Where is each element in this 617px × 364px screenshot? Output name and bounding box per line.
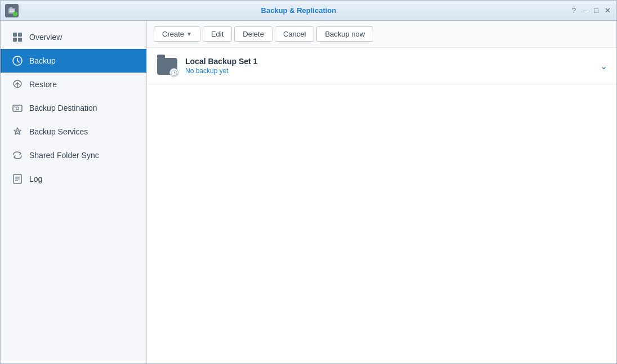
sidebar-item-backup[interactable]: Backup xyxy=(1,49,146,73)
svg-rect-6 xyxy=(13,38,17,42)
window-title: Backup & Replication xyxy=(25,6,572,15)
app-icon xyxy=(5,4,19,17)
svg-rect-12 xyxy=(14,106,16,107)
backup-item-status: No backup yet xyxy=(185,67,600,75)
sidebar-label-log: Log xyxy=(29,174,42,183)
help-icon[interactable]: ? xyxy=(572,6,576,15)
app-window: Backup & Replication ? – □ ✕ Overview xyxy=(0,0,617,364)
svg-point-13 xyxy=(16,130,19,132)
create-dropdown-arrow: ▼ xyxy=(186,31,192,37)
sidebar-label-overview: Overview xyxy=(29,33,62,42)
svg-rect-7 xyxy=(18,38,22,42)
delete-button[interactable]: Delete xyxy=(234,26,272,42)
overview-icon xyxy=(11,31,24,43)
content-pane: Create ▼ Edit Delete Cancel Backup now L… xyxy=(147,21,616,363)
svg-rect-10 xyxy=(13,105,22,111)
maximize-button[interactable]: □ xyxy=(592,6,601,15)
backup-now-button[interactable]: Backup now xyxy=(316,26,373,42)
sidebar-item-restore[interactable]: Restore xyxy=(1,73,146,96)
svg-rect-5 xyxy=(18,33,22,37)
backup-item-info: Local Backup Set 1 No backup yet xyxy=(185,57,600,75)
title-bar-left xyxy=(5,4,25,17)
log-icon xyxy=(11,173,24,185)
create-button[interactable]: Create ▼ xyxy=(154,26,200,42)
svg-rect-3 xyxy=(10,11,14,12)
sidebar-label-restore: Restore xyxy=(29,80,57,89)
sidebar-label-sync: Shared Folder Sync xyxy=(29,151,99,160)
toolbar: Create ▼ Edit Delete Cancel Backup now xyxy=(147,21,616,48)
backup-list: Local Backup Set 1 No backup yet ⌄ xyxy=(147,48,616,363)
sidebar-label-destination: Backup Destination xyxy=(29,104,97,113)
sidebar-item-backup-destination[interactable]: Backup Destination xyxy=(1,96,146,120)
sidebar-item-log[interactable]: Log xyxy=(1,167,146,191)
sidebar-item-backup-services[interactable]: Backup Services xyxy=(1,120,146,143)
close-button[interactable]: ✕ xyxy=(603,6,612,15)
svg-rect-2 xyxy=(10,10,14,11)
restore-icon xyxy=(11,78,24,91)
backup-icon xyxy=(11,55,24,67)
destination-icon xyxy=(11,102,24,114)
sidebar-item-overview[interactable]: Overview xyxy=(1,25,146,49)
sidebar: Overview Backup xyxy=(1,21,147,363)
backup-item-name: Local Backup Set 1 xyxy=(185,57,600,66)
cancel-button[interactable]: Cancel xyxy=(275,26,314,42)
svg-point-11 xyxy=(16,107,19,110)
services-icon xyxy=(11,125,24,138)
sync-icon xyxy=(11,149,24,161)
clock-badge-icon xyxy=(169,68,178,77)
expand-button[interactable]: ⌄ xyxy=(600,61,607,71)
sidebar-item-shared-folder-sync[interactable]: Shared Folder Sync xyxy=(1,143,146,167)
main-content: Overview Backup xyxy=(1,21,616,363)
sidebar-label-backup: Backup xyxy=(29,56,56,65)
backup-item-icon xyxy=(156,55,178,77)
window-controls: ? – □ ✕ xyxy=(572,6,612,15)
svg-rect-1 xyxy=(10,7,12,9)
sidebar-label-services: Backup Services xyxy=(29,127,88,136)
minimize-button[interactable]: – xyxy=(580,6,589,15)
edit-button[interactable]: Edit xyxy=(203,26,232,42)
title-bar: Backup & Replication ? – □ ✕ xyxy=(1,1,616,21)
backup-list-item[interactable]: Local Backup Set 1 No backup yet ⌄ xyxy=(147,48,616,84)
svg-rect-4 xyxy=(13,33,17,37)
